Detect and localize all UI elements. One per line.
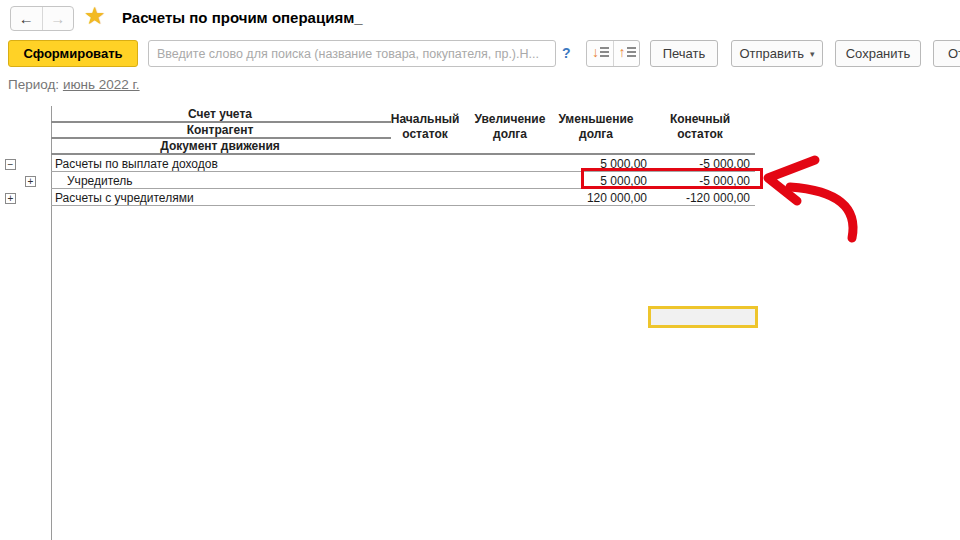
back-button[interactable]: ← (11, 7, 43, 30)
table-row-label[interactable]: Расчеты с учредителями (55, 191, 194, 205)
column-header-opening-balance: Начальный остаток (383, 110, 467, 144)
page-title: Расчеты по прочим операциям_ (122, 9, 363, 26)
collapse-all-groups-button[interactable]: ↑ (613, 41, 639, 66)
period-label: Период: (8, 77, 59, 92)
table-row-label[interactable]: Учредитель (67, 174, 133, 188)
grouping-buttons: ↓ ↑ (586, 40, 640, 67)
expand-all-icon: ↓ (592, 46, 608, 62)
back-arrow-icon: ← (19, 10, 34, 27)
expand-row-toggle[interactable]: + (5, 193, 16, 204)
send-label: Отправить (740, 46, 804, 61)
generate-button[interactable]: Сформировать (8, 40, 138, 67)
annotation-highlight-box (581, 168, 763, 189)
chevron-down-icon: ▾ (810, 49, 815, 59)
forward-button[interactable]: → (43, 7, 74, 30)
cell-closing-balance[interactable]: -120 000,00 (655, 191, 750, 205)
period-value-link[interactable]: июнь 2022 г. (63, 77, 140, 92)
column-header-debt-increase: Увеличение долга (467, 110, 553, 144)
header-field-counterparty: Контрагент (52, 123, 388, 138)
collapse-row-toggle[interactable]: − (5, 159, 16, 170)
selected-cell-highlight[interactable] (648, 306, 758, 328)
header-field-document: Документ движения (52, 139, 388, 154)
report-window: ← → ★ Расчеты по прочим операциям_ Сформ… (0, 0, 960, 540)
expand-row-toggle[interactable]: + (25, 176, 36, 187)
save-button[interactable]: Сохранить (835, 40, 921, 67)
column-header-debt-decrease: Уменьшение долга (553, 110, 639, 144)
annotation-arrow (755, 150, 875, 250)
help-icon[interactable]: ? (562, 45, 571, 61)
open-button-truncated[interactable]: От (933, 40, 960, 67)
search-input[interactable] (148, 40, 556, 67)
forward-arrow-icon: → (50, 10, 65, 27)
period-row: Период: июнь 2022 г. (8, 77, 140, 92)
header-field-account: Счет учета (52, 107, 388, 122)
row-divider (51, 205, 755, 206)
cell-debt-decrease[interactable]: 120 000,00 (560, 191, 647, 205)
history-nav: ← → (10, 6, 74, 31)
column-header-closing-balance: Конечный остаток (654, 110, 746, 144)
print-button[interactable]: Печать (650, 40, 718, 67)
favorite-star-icon[interactable]: ★ (84, 2, 106, 30)
send-button[interactable]: Отправить ▾ (731, 40, 823, 67)
expand-all-groups-button[interactable]: ↓ (587, 41, 613, 66)
table-row-label[interactable]: Расчеты по выплате доходов (55, 157, 218, 171)
collapse-all-icon: ↑ (619, 46, 635, 62)
